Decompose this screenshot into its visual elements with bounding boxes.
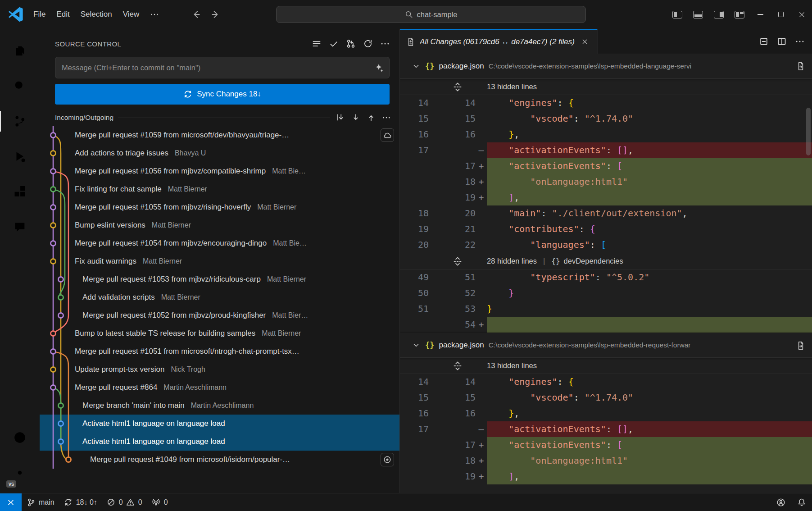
commit-message: Merge pull request #1054 from mjbvz/enco…	[75, 239, 267, 248]
activity-bar: vs	[0, 29, 40, 493]
customize-layout-icon[interactable]	[729, 0, 750, 29]
source-control-view-icon[interactable]	[0, 104, 40, 139]
new-line-number: 17	[429, 158, 476, 174]
pull-icon[interactable]	[350, 112, 362, 123]
new-line-number: 20	[429, 205, 476, 221]
settings-gear-icon[interactable]: vs	[0, 455, 40, 490]
commit-message-input[interactable]	[55, 57, 390, 78]
target-icon[interactable]	[381, 453, 394, 466]
commit-row[interactable]: Add validation scriptsMatt Bierner	[40, 288, 399, 306]
diff-line: 54+	[400, 317, 812, 333]
chat-icon[interactable]	[0, 209, 40, 244]
commit-check-icon[interactable]	[327, 37, 340, 50]
command-center[interactable]: chat-sample	[276, 6, 586, 23]
commit-row[interactable]: Activate html1 language on language load	[40, 415, 399, 433]
close-button[interactable]	[791, 0, 812, 29]
view-as-list-icon[interactable]	[310, 37, 323, 50]
commit-row[interactable]: Fix linting for chat sampleMatt Bierner	[40, 180, 399, 198]
refresh-icon[interactable]	[362, 37, 374, 50]
new-line-number: 53	[429, 301, 476, 317]
collapse-all-icon[interactable]	[757, 35, 771, 48]
commit-row[interactable]: Merge pull request #1054 from mjbvz/enco…	[40, 234, 399, 252]
hidden-lines-row[interactable]: 28 hidden lines|{}devDependencies	[400, 253, 812, 269]
unfold-icon[interactable]	[452, 256, 463, 267]
minimize-button[interactable]	[750, 0, 771, 29]
explorer-icon[interactable]	[0, 33, 40, 68]
more-actions-icon[interactable]	[381, 112, 392, 123]
json-file-icon: {}	[425, 341, 434, 350]
maximize-button[interactable]	[771, 0, 791, 29]
split-editor-icon[interactable]	[775, 35, 789, 48]
toggle-sidebar-icon[interactable]	[667, 0, 688, 29]
go-to-file-icon[interactable]	[794, 339, 807, 352]
commit-row[interactable]: Merge pull request #1051 from microsoft/…	[40, 342, 399, 360]
commit-row[interactable]: Update prompt-tsx versionNick Trogh	[40, 360, 399, 379]
object-symbol-icon: {}	[551, 257, 560, 265]
chevron-down-icon[interactable]	[412, 62, 421, 71]
cloud-icon[interactable]	[381, 128, 394, 142]
notifications-status-item[interactable]	[791, 493, 812, 511]
incoming-outgoing-header[interactable]: Incoming/Outgoing	[40, 109, 399, 126]
run-debug-icon[interactable]	[0, 139, 40, 174]
fetch-icon[interactable]	[335, 112, 346, 123]
sync-status-item[interactable]: 18↓ 0↑	[59, 493, 102, 511]
chevron-down-icon[interactable]	[412, 341, 421, 350]
commit-row[interactable]: Fix audit warningsMatt Bierner	[40, 252, 399, 270]
remote-indicator[interactable]	[0, 493, 22, 511]
more-actions-icon[interactable]	[793, 35, 807, 48]
commit-row[interactable]: Add actions to triage issuesBhavya U	[40, 144, 399, 162]
account-status-item[interactable]	[771, 493, 791, 511]
tab-close-icon[interactable]	[579, 36, 591, 48]
commit-row[interactable]: Merge pull request #1052 from mjbvz/prou…	[40, 306, 399, 324]
commit-row[interactable]: Merge pull request #1059 from microsoft/…	[40, 126, 399, 144]
toggle-panel-icon[interactable]	[688, 0, 708, 29]
branch-status-item[interactable]: main	[22, 493, 59, 511]
commit-row[interactable]: Bump to latest stable TS release for bui…	[40, 324, 399, 342]
menu-edit[interactable]: Edit	[51, 7, 75, 22]
old-line-number	[400, 190, 429, 205]
diff-sign: +	[476, 317, 487, 333]
diff-file-header[interactable]: {}package.jsonC:\code\vscode-extension-s…	[400, 54, 812, 78]
search-view-icon[interactable]	[0, 68, 40, 104]
hidden-lines-row[interactable]: 13 hidden lines	[400, 78, 812, 95]
diff-sign	[476, 205, 487, 221]
menu-view[interactable]: View	[118, 7, 145, 22]
commit-text: Merge pull request #1052 from mjbvz/prou…	[40, 311, 399, 320]
commit-message: Add actions to triage issues	[75, 149, 168, 158]
commit-row[interactable]: Merge pull request #864Martin Aeschliman…	[40, 379, 399, 397]
sync-changes-button[interactable]: Sync Changes 18↓	[55, 84, 390, 105]
menu-file[interactable]: File	[28, 7, 51, 22]
accounts-icon[interactable]	[0, 420, 40, 455]
warning-count: 0	[138, 498, 142, 506]
extensions-icon[interactable]	[0, 174, 40, 209]
ports-status-item[interactable]: 0	[147, 493, 172, 511]
diff-line: 1616 },	[400, 127, 812, 142]
commit-row[interactable]: Bump eslint versionsMatt Bierner	[40, 216, 399, 234]
create-pull-request-icon[interactable]	[345, 37, 357, 50]
sparkle-icon[interactable]	[373, 62, 384, 73]
problems-status-item[interactable]: 0 0	[102, 493, 147, 511]
commit-row[interactable]: Merge pull request #1049 from microsoft/…	[40, 451, 399, 469]
diff-file-header[interactable]: {}package.jsonC:\code\vscode-extension-s…	[400, 333, 812, 357]
commit-text: Fix audit warningsMatt Bierner	[40, 257, 399, 266]
commit-row[interactable]: Activate html1 language on language load	[40, 433, 399, 451]
back-arrow-icon[interactable]	[190, 8, 202, 21]
go-to-file-icon[interactable]	[794, 59, 807, 73]
menu-selection[interactable]: Selection	[75, 7, 118, 22]
commit-row[interactable]: Merge pull request #1055 from mjbvz/risi…	[40, 198, 399, 216]
menu-overflow-icon[interactable]	[145, 7, 164, 22]
bell-icon	[797, 497, 807, 507]
new-line-number: 15	[429, 390, 476, 406]
unfold-icon[interactable]	[452, 82, 463, 92]
toggle-secondary-sidebar-icon[interactable]	[708, 0, 729, 29]
more-actions-icon[interactable]	[379, 37, 391, 50]
editor-scrollbar[interactable]	[806, 108, 811, 155]
unfold-icon[interactable]	[452, 360, 463, 371]
push-icon[interactable]	[365, 112, 377, 123]
forward-arrow-icon[interactable]	[209, 8, 222, 21]
hidden-lines-row[interactable]: 13 hidden lines	[400, 357, 812, 374]
tab-all-changes[interactable]: All Changes (06179cd6 ↔ de7a4ec7) (2 fil…	[400, 29, 598, 54]
commit-row[interactable]: Merge pull request #1053 from mjbvz/ridi…	[40, 270, 399, 288]
commit-row[interactable]: Merge pull request #1056 from mjbvz/comp…	[40, 162, 399, 180]
commit-row[interactable]: Merge branch 'main' into mainMartin Aesc…	[40, 397, 399, 415]
